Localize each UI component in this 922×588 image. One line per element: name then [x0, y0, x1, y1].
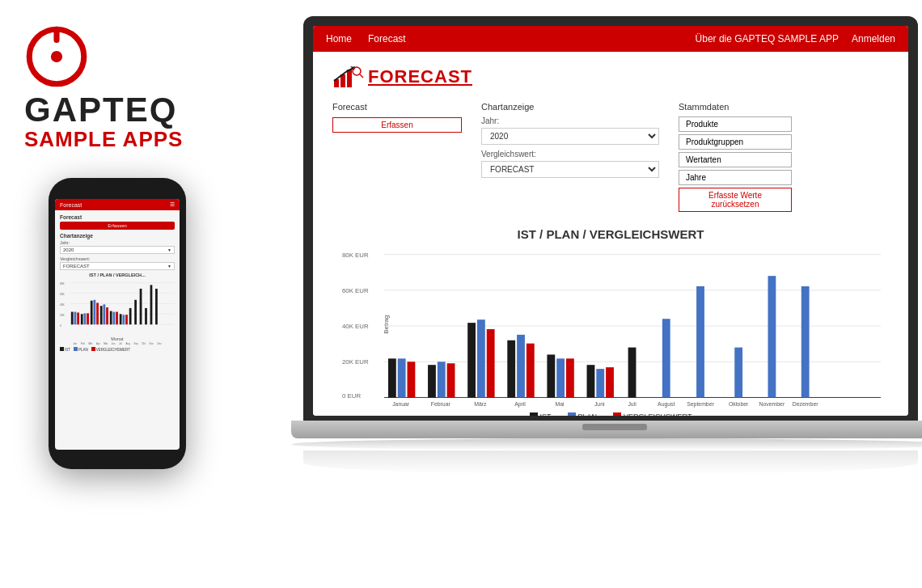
svg-rect-56: [408, 362, 416, 397]
phone-vergleich-label: Vergleichswert:: [60, 256, 175, 261]
brand-tagline: SAMPLE APPS: [24, 127, 183, 152]
vergleich-select[interactable]: FORECAST PLAN: [481, 161, 659, 178]
phone-content: Forecast Erfassen Chartanzeige Jahr: 202…: [55, 210, 180, 356]
app-form-grid: Forecast Erfassen Chartanzeige Jahr: 202…: [332, 102, 889, 214]
svg-point-41: [353, 67, 361, 75]
vergleich-label: Vergleichswert:: [481, 150, 659, 159]
svg-rect-86: [768, 276, 776, 397]
svg-text:Oktober: Oktober: [729, 401, 749, 407]
nav-home[interactable]: Home: [326, 33, 352, 44]
jahr-select[interactable]: 2020 2019 2021: [481, 128, 659, 145]
ist-color-box: [530, 412, 538, 416]
svg-rect-24: [106, 307, 108, 324]
svg-rect-39: [347, 70, 352, 87]
svg-rect-29: [122, 315, 125, 324]
jahre-btn[interactable]: Jahre: [679, 170, 792, 185]
phone-erfassen-btn[interactable]: Erfassen: [60, 222, 175, 230]
reset-btn[interactable]: Erfasste Werte zurücksetzen: [679, 188, 792, 212]
vergleich-color-box: [613, 412, 621, 416]
phone-monat-label: Monat: [60, 336, 175, 341]
svg-text:Januar: Januar: [392, 401, 410, 407]
svg-rect-25: [110, 311, 112, 325]
svg-rect-36: [155, 289, 158, 324]
svg-rect-58: [428, 365, 436, 397]
svg-text:Juli: Juli: [628, 401, 637, 407]
svg-rect-55: [398, 358, 406, 397]
app-body: FORECAST Forecast Erfassen Chartanzeige …: [313, 52, 908, 416]
stammdaten-label: Stammdaten: [679, 102, 889, 112]
produktgruppen-btn[interactable]: Produktgruppen: [679, 134, 792, 150]
svg-text:Februar: Februar: [431, 401, 451, 407]
svg-text:80K EUR: 80K EUR: [342, 252, 369, 259]
phone-chart-svg: 80K 60K 40K 20K 0: [60, 279, 175, 336]
svg-rect-27: [116, 312, 118, 325]
phone-nav: Forecast ☰: [55, 199, 180, 210]
svg-text:0: 0: [60, 324, 61, 328]
svg-text:80K: 80K: [60, 282, 66, 286]
wertarten-btn[interactable]: Wertarten: [679, 152, 792, 167]
legend-ist: IST: [530, 412, 552, 416]
svg-rect-74: [587, 365, 595, 397]
nav-login[interactable]: Anmelden: [852, 33, 895, 44]
phone-notch: [93, 188, 142, 196]
svg-rect-64: [487, 329, 495, 397]
svg-rect-78: [628, 348, 637, 398]
svg-rect-14: [74, 312, 77, 325]
svg-rect-60: [447, 363, 455, 397]
svg-rect-18: [87, 313, 89, 324]
phone-chartanzeige-label: Chartanzeige: [60, 233, 175, 239]
svg-rect-21: [96, 302, 99, 324]
svg-rect-76: [606, 367, 614, 397]
nav-forecast[interactable]: Forecast: [368, 33, 406, 44]
app-navbar: Home Forecast Über die GAPTEQ SAMPLE APP…: [313, 26, 908, 52]
svg-rect-30: [125, 315, 128, 324]
laptop-base: [291, 421, 922, 438]
svg-rect-23: [103, 304, 105, 324]
svg-text:Mai: Mai: [556, 401, 565, 407]
svg-rect-15: [77, 312, 79, 324]
svg-text:August: August: [658, 401, 675, 408]
svg-rect-80: [662, 319, 670, 397]
svg-rect-63: [477, 319, 485, 397]
legend-vergleich: VERGLEICHSWERT: [613, 412, 692, 416]
produkte-btn[interactable]: Produkte: [679, 116, 792, 132]
svg-text:0 EUR: 0 EUR: [342, 392, 361, 400]
laptop-reflection: [303, 451, 918, 475]
svg-line-42: [360, 74, 363, 78]
svg-text:Dezember: Dezember: [793, 401, 818, 407]
erfassen-btn[interactable]: Erfassen: [332, 117, 462, 133]
svg-text:März: März: [474, 401, 487, 407]
svg-rect-17: [84, 313, 87, 324]
gapteq-logo-icon: [24, 24, 89, 89]
svg-text:40K: 40K: [60, 303, 66, 307]
svg-rect-75: [596, 369, 604, 397]
svg-rect-71: [556, 358, 565, 397]
phone-screen: Forecast ☰ Forecast Erfassen Chartanzeig…: [55, 199, 180, 450]
app-logo-svg: [332, 65, 365, 89]
svg-rect-35: [150, 285, 153, 324]
svg-text:April: April: [514, 401, 526, 408]
phone-mockup: Forecast ☰ Forecast Erfassen Chartanzeig…: [49, 178, 186, 469]
svg-rect-16: [81, 314, 83, 324]
svg-rect-72: [566, 358, 574, 397]
plan-color-box: [568, 412, 576, 416]
forecast-section-label: Forecast: [332, 102, 462, 112]
svg-rect-66: [507, 341, 515, 398]
svg-rect-26: [112, 312, 115, 325]
svg-rect-84: [734, 348, 742, 398]
phone-menu-icon: ☰: [170, 201, 175, 208]
svg-text:60K: 60K: [60, 293, 66, 296]
chart-container: 80K EUR 60K EUR 40K EUR 20K EUR 0 EUR Be…: [340, 247, 881, 409]
svg-text:September: September: [687, 401, 714, 408]
svg-text:Betrag: Betrag: [383, 315, 390, 334]
phone-jahr-select[interactable]: 2020 ▼: [60, 246, 175, 254]
chartanzeige-label: Chartanzeige: [481, 102, 659, 112]
jahr-label: Jahr:: [481, 116, 659, 125]
svg-rect-82: [696, 286, 704, 398]
svg-text:November: November: [759, 401, 785, 407]
phone-vergleich-select[interactable]: FORECAST ▼: [60, 262, 175, 270]
form-col-stammdaten: Stammdaten Produkte Produktgruppen Werta…: [679, 102, 889, 214]
svg-rect-28: [120, 314, 122, 324]
chart-legend: IST PLAN VERGLEICHSWERT: [332, 412, 889, 416]
nav-about[interactable]: Über die GAPTEQ SAMPLE APP: [696, 33, 839, 44]
